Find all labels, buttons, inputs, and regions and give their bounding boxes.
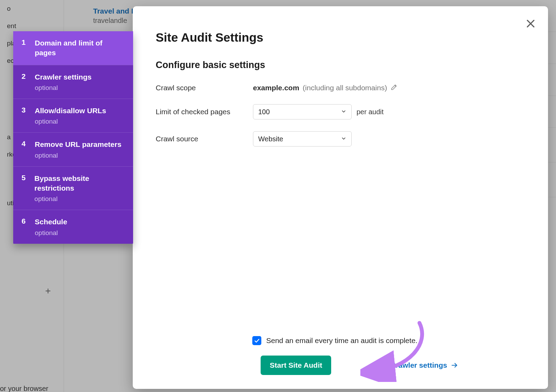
site-audit-settings-dialog: Site Audit Settings Configure basic sett… — [133, 6, 548, 389]
select-value: 100 — [258, 108, 270, 116]
checkmark-icon — [254, 337, 260, 344]
step-title: Bypass website restrictions — [34, 174, 125, 193]
pencil-icon — [391, 83, 398, 91]
step-title: Crawler settings — [35, 72, 91, 82]
crawl-source-select[interactable]: Website — [253, 131, 352, 147]
email-notify-checkbox[interactable] — [252, 336, 261, 345]
email-notify-label: Send an email every time an audit is com… — [266, 336, 417, 345]
step-number: 2 — [22, 72, 27, 92]
limit-pages-select[interactable]: 100 — [253, 104, 352, 119]
chevron-down-icon — [341, 108, 346, 116]
step-number: 5 — [22, 174, 27, 203]
wizard-step-schedule[interactable]: 6 Schedule optional — [13, 210, 133, 243]
crawl-scope-domain: example.com — [253, 84, 299, 92]
dialog-subtitle: Configure basic settings — [156, 60, 525, 70]
step-title: Allow/disallow URLs — [35, 106, 106, 116]
step-title: Domain and limit of pages — [35, 38, 125, 58]
link-label: Crawler settings — [390, 361, 447, 369]
close-icon — [525, 18, 536, 29]
limit-suffix: per audit — [357, 108, 384, 116]
wizard-step-domain-limit[interactable]: 1 Domain and limit of pages — [13, 31, 133, 65]
step-number: 3 — [22, 106, 27, 125]
step-title: Remove URL parameters — [35, 140, 121, 149]
step-title: Schedule — [35, 217, 67, 227]
dialog-footer: Send an email every time an audit is com… — [156, 336, 525, 375]
field-label: Limit of checked pages — [156, 108, 253, 116]
step-number: 1 — [22, 38, 27, 58]
wizard-step-bypass-restrictions[interactable]: 5 Bypass website restrictions optional — [13, 166, 133, 210]
wizard-step-remove-url-params[interactable]: 4 Remove URL parameters optional — [13, 132, 133, 166]
field-crawl-source: Crawl source Website — [156, 131, 525, 147]
start-site-audit-button[interactable]: Start Site Audit — [261, 356, 331, 375]
step-optional: optional — [35, 118, 106, 125]
wizard-step-crawler-settings[interactable]: 2 Crawler settings optional — [13, 65, 133, 99]
step-optional: optional — [34, 195, 125, 203]
field-label: Crawl scope — [156, 84, 253, 92]
step-number: 4 — [22, 140, 27, 159]
dialog-title: Site Audit Settings — [156, 31, 525, 44]
select-value: Website — [258, 135, 283, 143]
edit-button[interactable] — [391, 83, 398, 92]
crawler-settings-link[interactable]: Crawler settings — [390, 361, 458, 369]
field-crawl-scope: Crawl scope example.com (including all s… — [156, 83, 525, 92]
wizard-step-allow-disallow[interactable]: 3 Allow/disallow URLs optional — [13, 99, 133, 132]
arrow-right-icon — [451, 361, 458, 369]
crawl-scope-note: (including all subdomains) — [303, 84, 387, 92]
chevron-down-icon — [341, 135, 346, 143]
step-optional: optional — [35, 229, 67, 237]
step-optional: optional — [35, 152, 121, 159]
field-limit-pages: Limit of checked pages 100 per audit — [156, 104, 525, 119]
close-button[interactable] — [523, 16, 538, 31]
step-optional: optional — [35, 84, 91, 92]
settings-wizard-steps: 1 Domain and limit of pages 2 Crawler se… — [13, 31, 133, 244]
field-label: Crawl source — [156, 135, 253, 143]
step-number: 6 — [22, 217, 27, 236]
